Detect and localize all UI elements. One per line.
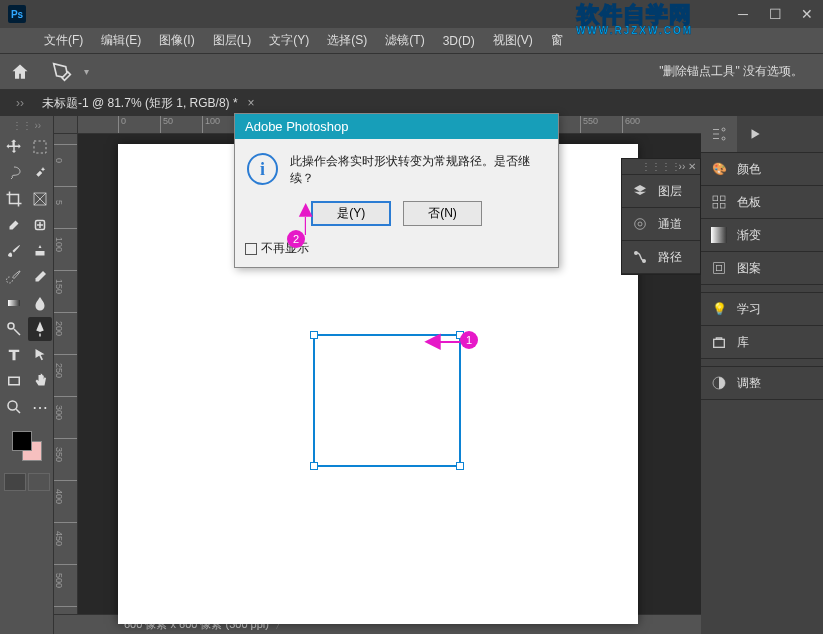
path-select-tool[interactable] [28, 343, 52, 367]
svg-rect-7 [8, 300, 20, 306]
transform-handle[interactable] [456, 462, 464, 470]
home-icon[interactable] [10, 62, 30, 82]
zoom-tool[interactable] [2, 395, 26, 419]
transform-handle[interactable] [310, 462, 318, 470]
panel-grip-icon[interactable]: ⋮⋮ ›› [12, 120, 41, 131]
eyedropper-tool[interactable] [2, 213, 26, 237]
maximize-button[interactable]: ☐ [759, 0, 791, 28]
svg-line-9 [14, 329, 20, 335]
svg-line-12 [16, 409, 20, 413]
svg-point-29 [635, 252, 638, 255]
dialog-message: 此操作会将实时形状转变为常规路径。是否继续？ [290, 153, 546, 187]
panel-label: 图案 [737, 260, 761, 277]
menu-file[interactable]: 文件(F) [36, 30, 91, 51]
panel-label: 图层 [658, 183, 682, 200]
brush-tool[interactable] [2, 239, 26, 263]
annotation-number: 1 [460, 331, 478, 349]
foreground-color[interactable] [12, 431, 32, 451]
clone-stamp-tool[interactable] [28, 239, 52, 263]
panel-tab-play-icon[interactable] [737, 116, 773, 152]
panel-flyout: ⋮⋮⋮⋮›› ✕ 图层 通道 路径 [621, 158, 701, 275]
rectangle-shape[interactable] [313, 334, 461, 467]
flyout-layers[interactable]: 图层 [622, 175, 700, 208]
svg-rect-0 [34, 141, 46, 153]
layers-icon [630, 181, 650, 201]
transform-handle[interactable] [310, 331, 318, 339]
lasso-tool[interactable] [2, 161, 26, 185]
svg-point-8 [8, 323, 14, 329]
magic-wand-tool[interactable] [28, 161, 52, 185]
type-tool[interactable] [2, 343, 26, 367]
screenmode-btn[interactable] [28, 473, 50, 491]
marquee-tool[interactable] [28, 135, 52, 159]
panel-label: 渐变 [737, 227, 761, 244]
menu-view[interactable]: 视图(V) [485, 30, 541, 51]
svg-point-28 [638, 222, 642, 226]
flyout-channels[interactable]: 通道 [622, 208, 700, 241]
svg-rect-23 [714, 263, 725, 274]
panel-learn[interactable]: 💡学习 [701, 293, 823, 326]
dialog-title[interactable]: Adobe Photoshop [235, 114, 558, 139]
menu-select[interactable]: 选择(S) [319, 30, 375, 51]
gradient-tool[interactable] [2, 291, 26, 315]
right-panels: 🎨颜色 色板 渐变 图案 💡学习 库 调整 [701, 116, 823, 634]
svg-rect-21 [720, 203, 725, 208]
panel-color[interactable]: 🎨颜色 [701, 153, 823, 186]
flyout-grip-icon[interactable]: ⋮⋮⋮⋮›› ✕ [622, 159, 700, 175]
grid-icon [709, 192, 729, 212]
info-icon: i [247, 153, 278, 185]
healing-tool[interactable] [28, 213, 52, 237]
dont-show-checkbox[interactable] [245, 243, 257, 255]
panel-label: 色板 [737, 194, 761, 211]
document-tab[interactable]: 未标题-1 @ 81.7% (矩形 1, RGB/8) * [34, 91, 246, 116]
panel-swatches[interactable]: 色板 [701, 186, 823, 219]
menu-filter[interactable]: 滤镜(T) [377, 30, 432, 51]
blur-tool[interactable] [28, 291, 52, 315]
menu-image[interactable]: 图像(I) [151, 30, 202, 51]
minimize-button[interactable]: ─ [727, 0, 759, 28]
crop-tool[interactable] [2, 187, 26, 211]
rectangle-tool[interactable] [2, 369, 26, 393]
dodge-tool[interactable] [2, 317, 26, 341]
history-brush-tool[interactable] [2, 265, 26, 289]
svg-point-17 [722, 137, 725, 140]
menu-window[interactable]: 窗 [543, 30, 571, 51]
quickmask-btn[interactable] [4, 473, 26, 491]
panel-libraries[interactable]: 库 [701, 326, 823, 359]
eraser-tool[interactable] [28, 265, 52, 289]
pen-tool[interactable] [28, 317, 52, 341]
yes-button[interactable]: 是(Y) [311, 201, 391, 226]
tab-close-icon[interactable]: × [248, 96, 255, 110]
panel-label: 通道 [658, 216, 682, 233]
svg-rect-25 [714, 339, 725, 347]
frame-tool[interactable] [28, 187, 52, 211]
library-icon [709, 332, 729, 352]
close-button[interactable]: ✕ [791, 0, 823, 28]
tab-expand-icon[interactable]: ›› [16, 96, 24, 110]
move-tool[interactable] [2, 135, 26, 159]
watermark: 软件自学网 WWW.RJZXW.COM [576, 4, 693, 36]
no-button[interactable]: 否(N) [403, 201, 482, 226]
pen-preset-icon[interactable] [50, 62, 74, 82]
menu-layer[interactable]: 图层(L) [205, 30, 260, 51]
panel-adjustments[interactable]: 调整 [701, 367, 823, 400]
panel-label: 学习 [737, 301, 761, 318]
menu-type[interactable]: 文字(Y) [261, 30, 317, 51]
color-swatches[interactable] [12, 431, 42, 461]
vertical-ruler[interactable]: 05100150200250300350400450500550 [54, 134, 78, 614]
hand-tool[interactable] [28, 369, 52, 393]
panel-tab-icon[interactable] [701, 116, 737, 152]
annotation-2: 2 [287, 230, 305, 248]
svg-rect-20 [713, 203, 718, 208]
panel-gradients[interactable]: 渐变 [701, 219, 823, 252]
flyout-paths[interactable]: 路径 [622, 241, 700, 274]
tools-panel: ⋮⋮ ›› ⋯ [0, 116, 54, 634]
lightbulb-icon: 💡 [709, 299, 729, 319]
panel-label: 路径 [658, 249, 682, 266]
menu-edit[interactable]: 编辑(E) [93, 30, 149, 51]
edit-toolbar[interactable]: ⋯ [28, 395, 52, 419]
menu-3d[interactable]: 3D(D) [435, 32, 483, 50]
ruler-corner[interactable] [54, 116, 78, 134]
panel-patterns[interactable]: 图案 [701, 252, 823, 285]
svg-point-27 [635, 219, 646, 230]
